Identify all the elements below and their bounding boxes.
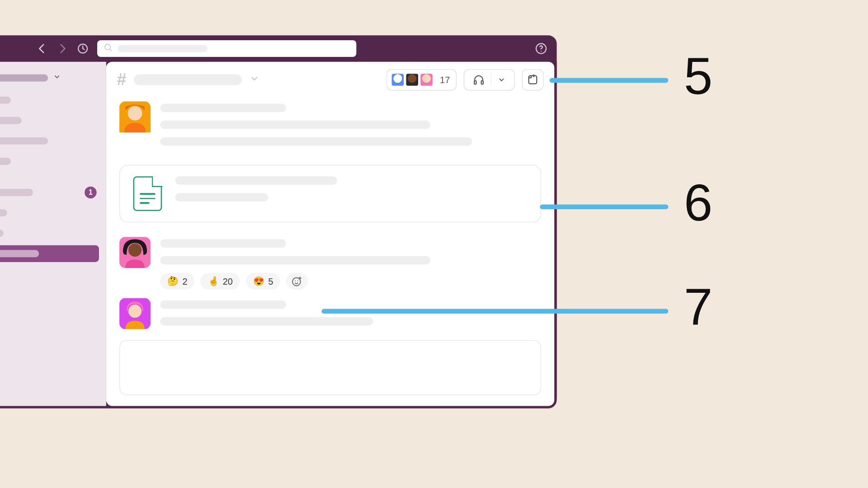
- app-window: 1 #: [0, 35, 557, 408]
- sidebar-item[interactable]: [0, 132, 106, 149]
- top-bar: [0, 35, 557, 61]
- reaction-count: 5: [268, 276, 273, 286]
- add-reaction-button[interactable]: [286, 273, 308, 290]
- svg-point-12: [128, 106, 142, 121]
- help-button[interactable]: [534, 42, 548, 56]
- message-composer[interactable]: [119, 340, 541, 395]
- canvas-button[interactable]: [522, 69, 543, 91]
- member-avatar: [420, 73, 434, 87]
- chevron-down-icon: [53, 73, 61, 84]
- search-icon: [103, 42, 113, 55]
- channel-hash-icon: #: [117, 70, 127, 89]
- svg-point-1: [105, 44, 110, 50]
- avatar: [119, 298, 151, 329]
- avatar: [119, 101, 151, 132]
- member-list-button[interactable]: 17: [387, 69, 457, 91]
- workspace-switcher[interactable]: [0, 70, 106, 92]
- message[interactable]: [119, 101, 541, 154]
- sidebar-item[interactable]: [0, 112, 106, 129]
- svg-point-22: [128, 305, 142, 318]
- sidebar-item[interactable]: [0, 92, 106, 108]
- member-avatar: [405, 73, 420, 87]
- svg-point-18: [297, 280, 298, 281]
- callout-number-7: 7: [684, 277, 712, 337]
- sidebar-item-active[interactable]: [0, 245, 99, 262]
- channel-name[interactable]: [133, 75, 241, 85]
- headphones-icon: [468, 74, 490, 86]
- reaction-count: 20: [223, 276, 233, 286]
- message[interactable]: 🤔 2 🤞 20 😍 5: [119, 237, 541, 290]
- avatar: [119, 237, 151, 268]
- svg-line-2: [110, 49, 112, 51]
- search-input[interactable]: [97, 40, 356, 57]
- nav-back-button[interactable]: [35, 42, 49, 56]
- unread-badge: 1: [85, 187, 97, 199]
- callout-number-6: 6: [684, 174, 712, 233]
- chevron-down-icon[interactable]: [492, 75, 510, 84]
- huddle-button[interactable]: [464, 69, 515, 91]
- svg-point-15: [128, 244, 142, 257]
- sidebar-item[interactable]: [0, 153, 106, 169]
- callout-number-5: 5: [684, 47, 712, 106]
- callout-line-7: [321, 309, 668, 314]
- nav-forward-button: [55, 42, 70, 56]
- emoji-crossed-fingers-icon: 🤞: [208, 276, 219, 286]
- member-count: 17: [440, 75, 450, 85]
- svg-point-16: [292, 278, 301, 286]
- member-avatar: [391, 73, 405, 87]
- reaction-count: 2: [182, 276, 187, 286]
- reaction[interactable]: 🤞 20: [201, 273, 240, 290]
- app-body: 1 #: [0, 62, 557, 406]
- canvas-attachment[interactable]: [119, 165, 541, 222]
- reaction[interactable]: 😍 5: [246, 273, 280, 290]
- svg-rect-7: [529, 76, 537, 84]
- reaction-bar: 🤔 2 🤞 20 😍 5: [160, 273, 541, 290]
- svg-point-17: [295, 280, 296, 281]
- emoji-thinking-icon: 🤔: [167, 276, 179, 286]
- history-button[interactable]: [75, 42, 90, 56]
- svg-point-4: [541, 51, 542, 52]
- svg-rect-6: [481, 81, 483, 84]
- emoji-heart-eyes-icon: 😍: [253, 276, 264, 286]
- sidebar-item[interactable]: [0, 205, 106, 221]
- channel-pane: # 17: [106, 62, 554, 406]
- channel-header: # 17: [106, 62, 554, 98]
- chevron-down-icon[interactable]: [249, 73, 259, 86]
- callout-line-5: [550, 78, 669, 83]
- document-icon: [133, 176, 162, 211]
- sidebar-item[interactable]: [0, 225, 106, 242]
- reaction[interactable]: 🤔 2: [160, 273, 194, 290]
- callout-line-6: [540, 205, 668, 210]
- sidebar-item-unread[interactable]: 1: [0, 184, 106, 201]
- search-placeholder: [118, 45, 208, 52]
- svg-rect-5: [474, 81, 476, 84]
- sidebar: 1: [0, 62, 106, 406]
- message-list: 🤔 2 🤞 20 😍 5: [106, 98, 554, 335]
